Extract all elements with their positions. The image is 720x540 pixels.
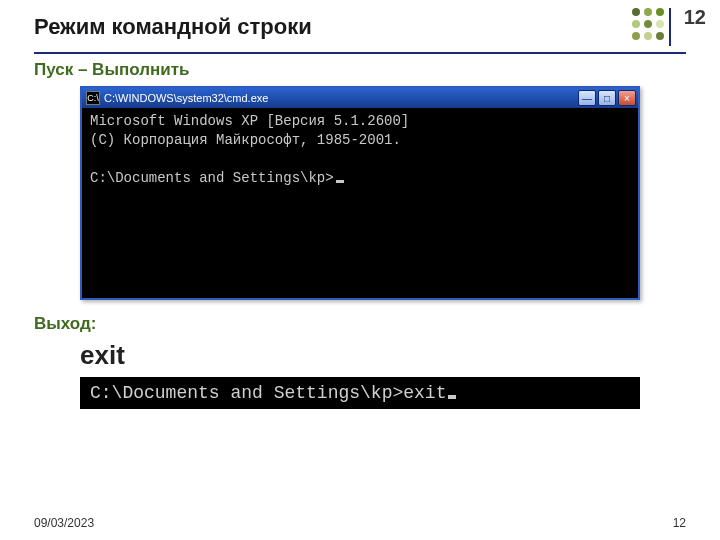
footer-date: 09/03/2023 (34, 516, 94, 530)
exit-label: Выход: (34, 314, 686, 334)
exit-command: exit (80, 340, 686, 371)
cmd-prompt: C:\Documents and Settings\kp> (90, 170, 334, 186)
minimize-button[interactable]: — (578, 90, 596, 106)
decorative-dot-grid (632, 8, 664, 40)
footer-page-number: 12 (673, 516, 686, 530)
title-rule (34, 52, 686, 54)
cmd-window-title: C:\WINDOWS\system32\cmd.exe (104, 92, 576, 104)
cmd-line2: (С) Корпорация Майкрософт, 1985-2001. (90, 132, 401, 148)
subtitle-start-run: Пуск – Выполнить (34, 60, 686, 80)
footer: 09/03/2023 12 (34, 516, 686, 530)
cmd-exit-text: C:\Documents and Settings\kp>exit (90, 383, 446, 403)
cmd-exit-strip: C:\Documents and Settings\kp>exit (80, 377, 640, 409)
cursor-icon (448, 395, 456, 399)
close-button[interactable]: × (618, 90, 636, 106)
cmd-titlebar: C:\ C:\WINDOWS\system32\cmd.exe — □ × (82, 88, 638, 108)
cmd-icon: C:\ (86, 91, 100, 105)
decorative-divider (669, 8, 671, 46)
cmd-window: C:\ C:\WINDOWS\system32\cmd.exe — □ × Mi… (80, 86, 640, 300)
slide-number-top: 12 (684, 6, 706, 29)
cursor-icon (336, 180, 344, 183)
maximize-button[interactable]: □ (598, 90, 616, 106)
cmd-body: Microsoft Windows XP [Версия 5.1.2600] (… (82, 108, 638, 298)
page-title: Режим командной строки (34, 14, 686, 46)
cmd-line1: Microsoft Windows XP [Версия 5.1.2600] (90, 113, 409, 129)
